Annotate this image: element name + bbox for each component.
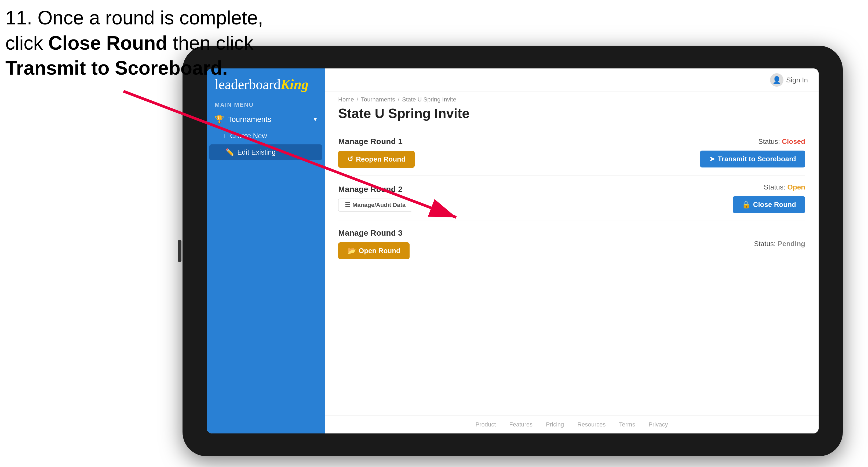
top-bar: 👤 Sign In xyxy=(325,68,818,92)
instruction-bold2: Transmit to Scoreboard. xyxy=(5,57,227,79)
reopen-round-label: Reopen Round xyxy=(356,155,406,163)
round-3-right: Status: Pending xyxy=(754,240,805,248)
instruction-line1: 11. Once a round is complete, xyxy=(5,7,263,28)
app-container: leaderboardKing MAIN MENU 🏆 Tournaments … xyxy=(207,68,818,433)
content-area: Manage Round 1 ↺ Reopen Round Status: Cl… xyxy=(325,129,818,415)
sidebar-tournaments-label: Tournaments xyxy=(228,115,271,124)
main-content: 👤 Sign In Home / Tournaments / State U S… xyxy=(325,68,818,433)
tablet-side-button xyxy=(178,240,181,262)
round-3-left: Manage Round 3 📂 Open Round xyxy=(338,228,410,259)
round-3-status: Status: Pending xyxy=(754,240,805,248)
footer-resources[interactable]: Resources xyxy=(577,421,606,428)
open-round-button[interactable]: 📂 Open Round xyxy=(338,242,410,259)
footer-pricing[interactable]: Pricing xyxy=(546,421,564,428)
footer-product[interactable]: Product xyxy=(475,421,496,428)
logo-king: King xyxy=(280,77,308,92)
manage-audit-label: Manage/Audit Data xyxy=(352,201,406,209)
breadcrumb-sep1: / xyxy=(357,96,358,103)
tablet-device: leaderboardKing MAIN MENU 🏆 Tournaments … xyxy=(183,45,843,456)
instruction-text: 11. Once a round is complete, click Clos… xyxy=(5,5,263,81)
lock-icon: 🔒 xyxy=(742,200,750,209)
tablet-screen: leaderboardKing MAIN MENU 🏆 Tournaments … xyxy=(207,68,818,433)
breadcrumb: Home / Tournaments / State U Spring Invi… xyxy=(325,92,818,103)
instruction-bold1: Close Round xyxy=(48,32,167,54)
round-3-title: Manage Round 3 xyxy=(338,228,410,238)
sidebar-item-tournaments[interactable]: 🏆 Tournaments ▾ xyxy=(207,111,325,128)
reopen-round-button[interactable]: ↺ Reopen Round xyxy=(338,151,415,168)
edit-existing-label: Edit Existing xyxy=(237,148,276,156)
round-1-title: Manage Round 1 xyxy=(338,137,415,146)
sidebar-item-create-new[interactable]: + Create New xyxy=(207,128,325,144)
round-2-status: Status: Open xyxy=(764,183,805,191)
transmit-to-scoreboard-button[interactable]: ➤ Transmit to Scoreboard xyxy=(700,151,805,167)
user-avatar-icon: 👤 xyxy=(770,73,783,87)
round-1-section: Manage Round 1 ↺ Reopen Round Status: Cl… xyxy=(338,129,805,176)
create-new-label: Create New xyxy=(230,132,267,140)
sidebar-item-edit-existing[interactable]: ✏️ Edit Existing xyxy=(209,145,322,160)
round-2-title: Manage Round 2 xyxy=(338,185,412,194)
instruction-line2: click xyxy=(5,32,48,54)
sign-in-label: Sign In xyxy=(786,76,808,84)
transmit-icon: ➤ xyxy=(709,155,715,163)
round-2-left: Manage Round 2 ☰ Manage/Audit Data xyxy=(338,185,412,212)
sidebar: leaderboardKing MAIN MENU 🏆 Tournaments … xyxy=(207,68,325,433)
footer-privacy[interactable]: Privacy xyxy=(648,421,668,428)
footer-terms[interactable]: Terms xyxy=(619,421,635,428)
page-title: State U Spring Invite xyxy=(325,103,818,129)
manage-audit-button[interactable]: ☰ Manage/Audit Data xyxy=(338,198,412,212)
edit-icon: ✏️ xyxy=(225,148,234,156)
round-2-section: Manage Round 2 ☰ Manage/Audit Data Statu… xyxy=(338,176,805,221)
round-1-right: Status: Closed ➤ Transmit to Scoreboard xyxy=(700,137,805,167)
breadcrumb-tournaments[interactable]: Tournaments xyxy=(361,96,395,103)
round-1-left: Manage Round 1 ↺ Reopen Round xyxy=(338,137,415,168)
plus-icon: + xyxy=(223,132,227,140)
transmit-label: Transmit to Scoreboard xyxy=(718,155,796,163)
round-3-section: Manage Round 3 📂 Open Round Status: Pend… xyxy=(338,221,805,267)
manage-audit-icon: ☰ xyxy=(345,201,350,209)
close-round-button[interactable]: 🔒 Close Round xyxy=(733,196,805,213)
close-round-label: Close Round xyxy=(753,200,796,209)
chevron-down-icon: ▾ xyxy=(314,116,317,123)
breadcrumb-home[interactable]: Home xyxy=(338,96,354,103)
round-2-status-value: Open xyxy=(787,183,805,191)
breadcrumb-current: State U Spring Invite xyxy=(402,96,456,103)
instruction-line3: then click xyxy=(167,32,253,54)
open-round-icon: 📂 xyxy=(347,247,356,255)
footer: Product Features Pricing Resources Terms… xyxy=(325,415,818,433)
round-2-right: Status: Open 🔒 Close Round xyxy=(733,183,805,213)
breadcrumb-sep2: / xyxy=(398,96,399,103)
reopen-icon: ↺ xyxy=(347,155,353,163)
round-1-status: Status: Closed xyxy=(758,137,805,146)
sign-in-button[interactable]: 👤 Sign In xyxy=(770,73,808,87)
round-3-status-value: Pending xyxy=(778,240,805,248)
trophy-icon: 🏆 xyxy=(215,115,224,124)
round-1-status-value: Closed xyxy=(782,137,805,146)
footer-features[interactable]: Features xyxy=(509,421,532,428)
open-round-label: Open Round xyxy=(359,247,400,255)
main-menu-label: MAIN MENU xyxy=(207,98,325,111)
